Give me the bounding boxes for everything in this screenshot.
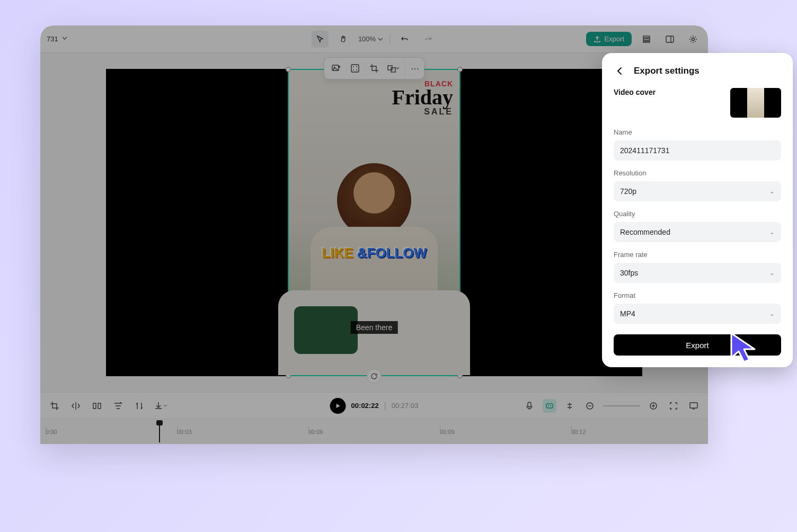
settings-icon[interactable] bbox=[685, 31, 702, 48]
person-head bbox=[337, 163, 411, 237]
chevron-down-icon: ⌄ bbox=[769, 188, 775, 195]
crop-icon[interactable] bbox=[367, 61, 382, 76]
export-button-label: Export bbox=[604, 35, 624, 43]
svg-point-9 bbox=[353, 66, 354, 67]
transform-icon[interactable] bbox=[386, 61, 401, 76]
video-element-selected[interactable]: BLACK Friday SALE LIKE &FOLLOW Been ther… bbox=[288, 69, 461, 376]
format-field: Format MP4 ⌄ bbox=[614, 291, 781, 324]
video-cover-thumbnail[interactable] bbox=[730, 88, 781, 118]
name-input[interactable] bbox=[614, 140, 781, 161]
format-select[interactable]: MP4 ⌄ bbox=[614, 304, 781, 324]
back-button[interactable] bbox=[614, 65, 626, 77]
project-title-text: 731 bbox=[47, 35, 58, 43]
export-panel-header: Export settings bbox=[614, 65, 781, 77]
caption-text: Been there bbox=[351, 321, 398, 334]
toolbar-center: 100% bbox=[312, 31, 437, 48]
export-settings-panel: Export settings Video cover Name Resolut… bbox=[602, 53, 793, 367]
resolution-label: Resolution bbox=[614, 169, 781, 177]
undo-button[interactable] bbox=[396, 31, 413, 48]
svg-rect-8 bbox=[351, 65, 359, 72]
fit-icon[interactable] bbox=[667, 399, 680, 413]
panel-toggle-icon[interactable] bbox=[661, 31, 678, 48]
top-toolbar: 731 100% bbox=[40, 25, 708, 53]
video-cover-row: Video cover bbox=[614, 88, 781, 118]
crop-tool-icon[interactable] bbox=[48, 399, 61, 413]
adjust-icon[interactable] bbox=[348, 61, 362, 76]
project-title[interactable]: 731 bbox=[47, 35, 68, 43]
chevron-down-icon: ⌄ bbox=[769, 310, 775, 317]
follow-text: &FOLLOW bbox=[353, 245, 427, 261]
rotate-handle[interactable] bbox=[367, 369, 382, 384]
svg-rect-15 bbox=[93, 403, 96, 409]
chevron-down-icon bbox=[61, 35, 68, 43]
svg-rect-26 bbox=[690, 403, 697, 408]
video-title-overlay: BLACK Friday SALE bbox=[392, 79, 453, 117]
format-value: MP4 bbox=[620, 309, 635, 318]
playback-center: 00:02:22 | 00:27:03 bbox=[330, 398, 419, 414]
hand-tool[interactable] bbox=[335, 31, 352, 48]
cursor-tool[interactable] bbox=[312, 31, 329, 48]
flip-icon[interactable] bbox=[69, 399, 83, 413]
more-icon[interactable]: ⋯ bbox=[405, 61, 420, 76]
framerate-value: 30fps bbox=[620, 269, 638, 277]
timeline-ruler[interactable]: 0:00 00:03 00:06 00:09 00:12 bbox=[40, 419, 708, 444]
quality-value: Recommended bbox=[620, 228, 670, 236]
zoom-out-icon[interactable] bbox=[583, 399, 597, 413]
svg-point-19 bbox=[548, 405, 549, 406]
export-panel-title: Export settings bbox=[634, 66, 699, 76]
filter-icon[interactable] bbox=[111, 399, 125, 413]
resize-handle-tr[interactable] bbox=[457, 67, 463, 72]
svg-point-20 bbox=[550, 405, 551, 406]
framerate-field: Frame rate 30fps ⌄ bbox=[614, 251, 781, 283]
split-icon[interactable] bbox=[90, 399, 104, 413]
framerate-label: Frame rate bbox=[614, 251, 781, 259]
playback-right bbox=[523, 399, 701, 413]
timeline-tick: 0:00 bbox=[46, 429, 177, 435]
display-icon[interactable] bbox=[687, 399, 701, 413]
current-time: 00:02:22 bbox=[351, 402, 379, 410]
resolution-field: Resolution 720p ⌄ bbox=[614, 169, 781, 201]
overlay-friday: Friday bbox=[392, 88, 453, 107]
timeline-tick: 00:09 bbox=[440, 429, 571, 435]
svg-rect-3 bbox=[666, 36, 674, 42]
name-label: Name bbox=[614, 128, 781, 136]
timeline-tick: 00:03 bbox=[177, 429, 308, 435]
svg-rect-1 bbox=[643, 39, 650, 40]
quality-field: Quality Recommended ⌄ bbox=[614, 210, 781, 242]
chevron-down-icon: ⌄ bbox=[769, 228, 775, 236]
timeline-tick: 00:12 bbox=[571, 429, 703, 435]
like-follow-overlay: LIKE &FOLLOW bbox=[289, 245, 459, 261]
playhead[interactable] bbox=[159, 421, 160, 442]
format-label: Format bbox=[614, 291, 781, 299]
quality-select[interactable]: Recommended ⌄ bbox=[614, 222, 781, 242]
ai-icon[interactable] bbox=[543, 399, 556, 413]
video-cover-label: Video cover bbox=[614, 88, 656, 96]
total-time: 00:27:03 bbox=[392, 402, 419, 410]
zoom-slider[interactable] bbox=[603, 405, 640, 406]
resolution-select[interactable]: 720p ⌄ bbox=[614, 181, 781, 201]
canvas-background: BLACK Friday SALE LIKE &FOLLOW Been ther… bbox=[106, 69, 642, 376]
export-button-toolbar[interactable]: Export bbox=[586, 32, 632, 46]
timeline-tick: 00:06 bbox=[308, 429, 440, 435]
zoom-value: 100% bbox=[358, 35, 376, 43]
mic-icon[interactable] bbox=[523, 399, 536, 413]
zoom-in-icon[interactable] bbox=[647, 399, 660, 413]
redo-button[interactable] bbox=[420, 31, 437, 48]
name-field: Name bbox=[614, 128, 781, 161]
thumbnail-preview bbox=[747, 88, 764, 118]
svg-point-12 bbox=[356, 69, 357, 70]
zoom-level[interactable]: 100% bbox=[358, 35, 383, 43]
align-icon[interactable] bbox=[563, 399, 577, 413]
trim-icon[interactable] bbox=[132, 399, 146, 413]
svg-rect-0 bbox=[643, 36, 650, 38]
resize-handle-tl[interactable] bbox=[286, 67, 291, 72]
framerate-select[interactable]: 30fps ⌄ bbox=[614, 263, 781, 283]
play-button[interactable] bbox=[330, 398, 346, 414]
export-icon bbox=[594, 36, 601, 43]
layers-icon[interactable] bbox=[638, 31, 655, 48]
like-text: LIKE bbox=[322, 245, 353, 261]
replace-media-icon[interactable] bbox=[329, 61, 343, 76]
download-icon[interactable] bbox=[154, 399, 167, 413]
cushion bbox=[294, 306, 358, 354]
svg-point-5 bbox=[692, 38, 695, 40]
